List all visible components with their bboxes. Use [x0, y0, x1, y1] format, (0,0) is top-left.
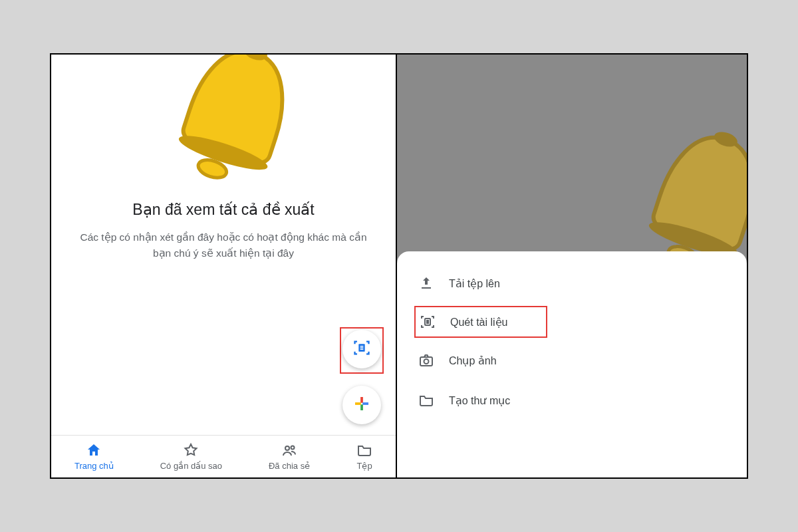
svg-point-21	[424, 359, 429, 364]
sheet-scan-label: Quét tài liệu	[450, 316, 507, 329]
empty-state-title: Bạn đã xem tất cả đề xuất	[71, 201, 376, 219]
nav-home[interactable]: Trang chủ	[74, 442, 114, 471]
scan-fab[interactable]	[342, 330, 381, 368]
folder-icon	[356, 442, 372, 458]
upload-icon	[418, 275, 434, 291]
scan-document-icon	[352, 338, 371, 360]
create-bottom-sheet: Tải tệp lên Quét tài liệu	[397, 251, 747, 477]
empty-state: Bạn đã xem tất cả đề xuất Các tệp có nhậ…	[51, 201, 396, 261]
sheet-scan[interactable]: Quét tài liệu	[414, 306, 547, 338]
nav-files-label: Tệp	[356, 461, 372, 471]
sheet-upload-label: Tải tệp lên	[449, 277, 500, 290]
sheet-photo-label: Chụp ảnh	[449, 354, 497, 367]
add-fab[interactable]	[342, 386, 381, 424]
screen-home: Bạn đã xem tất cả đề xuất Các tệp có nhậ…	[51, 55, 397, 477]
camera-icon	[418, 352, 434, 368]
scan-fab-highlight	[340, 327, 384, 374]
bell-illustration	[51, 55, 396, 190]
empty-state-subtitle: Các tệp có nhận xét gần đây hoặc có hoạt…	[71, 229, 376, 261]
svg-rect-20	[420, 357, 432, 366]
people-icon	[281, 442, 297, 458]
nav-files[interactable]: Tệp	[356, 442, 372, 471]
nav-home-label: Trang chủ	[74, 461, 114, 471]
nav-starred-label: Có gắn dấu sao	[160, 461, 222, 471]
screen-action-sheet: Tải tệp lên Quét tài liệu	[397, 55, 747, 477]
folder-icon	[418, 392, 434, 408]
scan-document-icon	[420, 314, 436, 330]
tutorial-frame: Bạn đã xem tất cả đề xuất Các tệp có nhậ…	[50, 53, 748, 479]
nav-shared[interactable]: Đã chia sẻ	[269, 442, 310, 471]
sheet-folder[interactable]: Tạo thư mục	[414, 383, 730, 418]
bottom-nav: Trang chủ Có gắn dấu sao Đã chia sẻ Tệp	[51, 435, 396, 477]
svg-point-11	[285, 446, 289, 450]
star-icon	[183, 442, 199, 458]
sheet-folder-label: Tạo thư mục	[449, 394, 510, 407]
nav-shared-label: Đã chia sẻ	[269, 461, 310, 471]
sheet-upload[interactable]: Tải tệp lên	[414, 266, 730, 301]
home-icon	[86, 442, 102, 458]
svg-point-12	[291, 446, 295, 450]
fab-column	[340, 327, 384, 424]
plus-icon	[352, 394, 372, 416]
sheet-photo[interactable]: Chụp ảnh	[414, 343, 730, 378]
nav-starred[interactable]: Có gắn dấu sao	[160, 442, 222, 471]
